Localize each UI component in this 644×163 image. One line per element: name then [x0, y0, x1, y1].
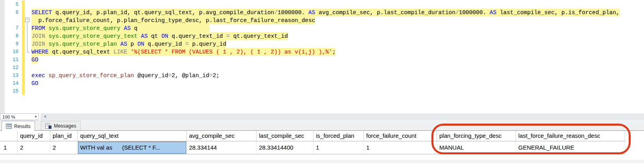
- code-line[interactable]: [31, 64, 620, 72]
- grid-cell-avg_compile_sec[interactable]: 28.334144: [187, 141, 257, 154]
- line-number: 7: [5, 24, 20, 32]
- grid-header-row: query_idplan_idquery_sql_textavg_compile…: [0, 131, 625, 141]
- column-header-query_id[interactable]: query_id: [18, 131, 50, 141]
- code-line[interactable]: GO: [31, 56, 620, 64]
- row-number[interactable]: 1: [0, 141, 18, 154]
- grid-cell-last_compile_sec[interactable]: 28.33414400: [257, 141, 314, 154]
- sql-editor[interactable]: 56789101112131415 − SELECT q.query_id, p…: [0, 0, 644, 113]
- column-header-avg_compile_sec[interactable]: avg_compile_sec: [187, 131, 257, 141]
- editor-bottom-bar: 100 % ▼: [0, 113, 644, 120]
- column-header-is_forced_plan[interactable]: is_forced_plan: [314, 131, 364, 141]
- chevron-down-icon[interactable]: ▼: [33, 115, 39, 119]
- line-number: 8: [5, 32, 20, 40]
- line-number: 10: [5, 48, 20, 56]
- code-line[interactable]: p.force_failure_count, p.plan_forcing_ty…: [31, 17, 620, 24]
- line-number: 15: [5, 87, 20, 95]
- code-line[interactable]: exec sp_query_store_force_plan @query_id…: [31, 72, 620, 80]
- line-number: 14: [5, 80, 20, 87]
- messages-icon: [45, 123, 51, 129]
- code-line[interactable]: [31, 87, 620, 95]
- tab-messages[interactable]: Messages: [41, 121, 81, 131]
- grid-cell-query_id[interactable]: 2: [18, 141, 50, 154]
- line-number: 5: [5, 1, 20, 9]
- code-line[interactable]: WHERE qt.query_sql_text LIKE '%(SELECT *…: [31, 48, 620, 56]
- grid-cell-plan_forcing_type_desc[interactable]: MANUAL: [437, 141, 516, 154]
- column-header-last_force_failure_reason_desc[interactable]: last_force_failure_reason_desc: [516, 131, 625, 141]
- code-line[interactable]: GO: [31, 80, 620, 87]
- grid-cell-force_failure_count[interactable]: 1: [364, 141, 437, 154]
- editor-zoom-select[interactable]: 100 % ▼: [0, 113, 39, 120]
- editor-zoom-value: 100 %: [0, 115, 33, 119]
- column-header-force_failure_count[interactable]: force_failure_count: [364, 131, 437, 141]
- fold-region-line: [27, 22, 28, 52]
- scroll-left-arrow-icon[interactable]: [44, 115, 46, 118]
- line-number: 11: [5, 56, 20, 64]
- tab-results-label: Results: [14, 124, 31, 129]
- tab-results[interactable]: Results: [2, 121, 35, 131]
- bottom-edge-strip: [0, 160, 644, 163]
- grid-cell-plan_id[interactable]: 2: [50, 141, 78, 154]
- code-line[interactable]: JOIN sys.query_store_query_text AS qt ON…: [31, 32, 620, 40]
- grid-cell-last_force_failure_reason_desc[interactable]: GENERAL_FAILURE: [516, 141, 625, 154]
- code-line[interactable]: FROM sys.query_store_query AS q: [31, 24, 620, 32]
- grid-cell-query_sql_text[interactable]: WITH val as (SELECT * F...: [78, 141, 187, 154]
- tab-messages-label: Messages: [54, 123, 76, 129]
- column-header-query_sql_text[interactable]: query_sql_text: [78, 131, 187, 141]
- results-grid: query_idplan_idquery_sql_textavg_compile…: [0, 130, 644, 154]
- breakpoint-margin[interactable]: [0, 0, 5, 113]
- code-line[interactable]: [31, 1, 620, 9]
- ssms-window: 56789101112131415 − SELECT q.query_id, p…: [0, 0, 644, 163]
- code-lines: SELECT q.query_id, p.plan_id, qt.query_s…: [31, 1, 620, 95]
- track-changes-bar: [22, 0, 25, 95]
- line-number: 6: [5, 9, 20, 17]
- column-header-last_compile_sec[interactable]: last_compile_sec: [257, 131, 314, 141]
- column-header-plan_id[interactable]: plan_id: [50, 131, 78, 141]
- grid-cell-is_forced_plan[interactable]: 1: [314, 141, 364, 154]
- code-line[interactable]: JOIN sys.query_store_plan AS p ON q.quer…: [31, 40, 620, 48]
- grid-data-row: 122WITH val as (SELECT * F...28.33414428…: [0, 141, 625, 154]
- editor-horizontal-scrollbar[interactable]: [40, 113, 644, 120]
- line-number: [5, 17, 20, 24]
- results-tab-strip: Results Messages: [0, 120, 644, 131]
- line-number: 9: [5, 40, 20, 48]
- column-header-plan_forcing_type_desc[interactable]: plan_forcing_type_desc: [437, 131, 516, 141]
- fold-collapse-icon[interactable]: −: [25, 18, 29, 22]
- line-number-gutter[interactable]: 56789101112131415: [5, 1, 20, 95]
- line-number: 12: [5, 64, 20, 72]
- row-header-corner[interactable]: [0, 131, 18, 141]
- code-line[interactable]: SELECT q.query_id, p.plan_id, qt.query_s…: [31, 9, 620, 17]
- fold-region-end-tick: [27, 52, 30, 52]
- results-grid-icon: [6, 124, 12, 129]
- line-number: 13: [5, 72, 20, 80]
